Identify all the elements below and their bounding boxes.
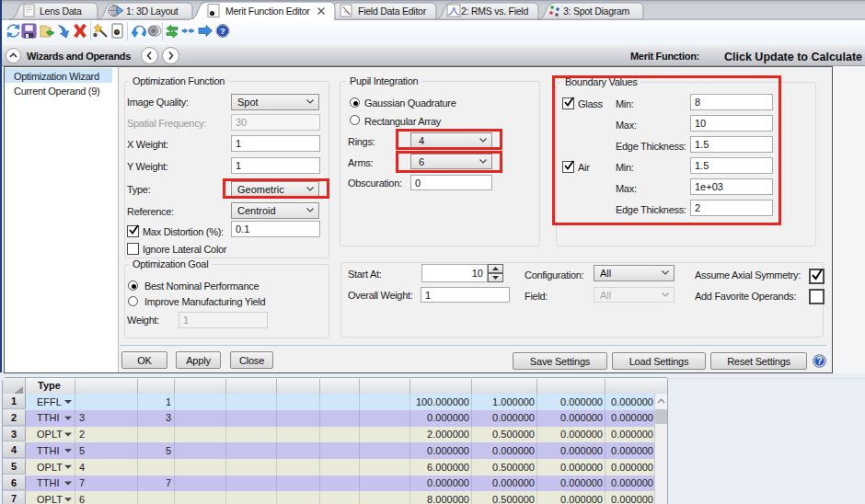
svg-text:Lens Data: Lens Data [40,6,82,17]
svg-text:Merit Function Editor: Merit Function Editor [225,6,310,17]
svg-text:3: Spot Diagram: 3: Spot Diagram [563,6,630,17]
svg-text:Field Data Editor: Field Data Editor [358,6,427,17]
svg-text:2: RMS vs. Field: 2: RMS vs. Field [461,6,528,17]
svg-text:?: ? [220,26,225,36]
svg-text:1: 3D Layout: 1: 3D Layout [126,6,179,17]
